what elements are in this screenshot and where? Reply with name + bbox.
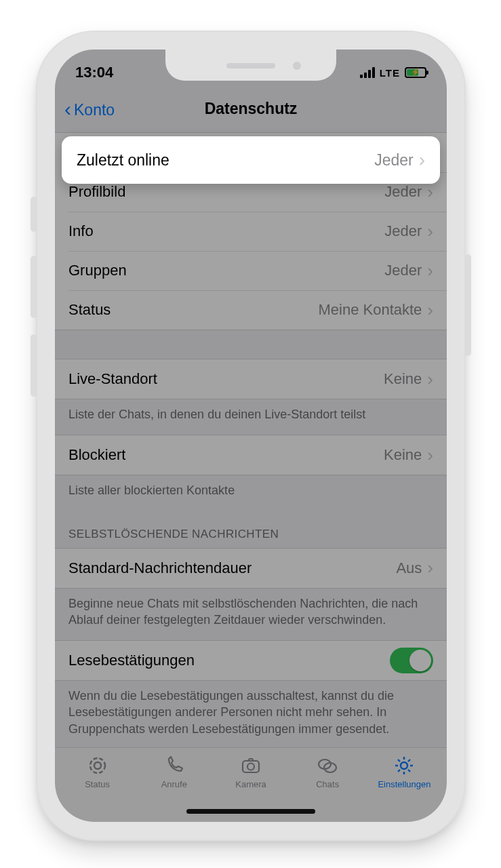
group-footer: Liste der Chats, in denen du deinen Live… — [55, 399, 447, 435]
status-time: 13:04 — [75, 64, 113, 81]
live-location-group: Live-Standort Keine › — [55, 359, 447, 399]
settings-content: Zuletzt online Jeder › Profilbild Jeder … — [55, 132, 447, 749]
side-button — [464, 254, 471, 356]
tab-bar: Status Anrufe Kamera Chats Einstellungen — [55, 747, 447, 822]
svg-point-1 — [94, 762, 101, 769]
group-footer: Liste aller blockierten Kontakte — [55, 475, 447, 511]
row-default-duration[interactable]: Standard-Nachrichtendauer Aus › — [55, 549, 447, 588]
row-live-location[interactable]: Live-Standort Keine › — [55, 359, 447, 399]
chevron-right-icon: › — [427, 182, 433, 203]
row-label: Zuletzt online — [77, 151, 374, 170]
tab-label: Anrufe — [161, 779, 187, 789]
back-label: Konto — [74, 101, 115, 119]
group-footer: Wenn du die Lesebestätigungen ausschalte… — [55, 681, 447, 749]
notch — [165, 50, 336, 81]
row-value: Jeder — [374, 151, 414, 170]
network-label: LTE — [380, 67, 400, 79]
row-blocked[interactable]: Blockiert Keine › — [55, 435, 447, 475]
tab-label: Kamera — [235, 779, 266, 789]
chats-icon — [315, 753, 340, 778]
tab-calls[interactable]: Anrufe — [136, 753, 212, 800]
row-label: Live-Standort — [68, 370, 384, 388]
back-button[interactable]: ‹ Konto — [64, 101, 115, 119]
phone-mockup: 13:04 LTE ⚡ ‹ Konto Datenschutz Zuletzt … — [36, 31, 466, 841]
row-label: Gruppen — [68, 262, 384, 279]
svg-line-12 — [408, 770, 410, 772]
group-header: SELBSTLÖSCHENDE NACHRICHTEN — [55, 511, 447, 548]
row-label: Status — [68, 301, 318, 319]
tab-label: Status — [85, 779, 110, 789]
row-value: Jeder — [384, 262, 422, 279]
status-icon — [85, 753, 110, 778]
row-value: Meine Kontakte — [318, 301, 422, 319]
row-label: Lesebestätigungen — [68, 652, 390, 669]
row-label: Standard-Nachrichtendauer — [68, 559, 396, 577]
row-status[interactable]: Status Meine Kontakte › — [55, 290, 447, 330]
chevron-right-icon: › — [427, 369, 433, 390]
row-groups[interactable]: Gruppen Jeder › — [55, 251, 447, 290]
side-button — [31, 256, 37, 318]
read-receipts-group: Lesebestätigungen — [55, 641, 447, 680]
tab-status[interactable]: Status — [59, 753, 136, 800]
svg-line-11 — [398, 760, 400, 762]
row-value: Jeder — [384, 183, 422, 201]
row-value: Jeder — [384, 222, 422, 240]
highlighted-row-last-seen[interactable]: Zuletzt online Jeder › — [62, 136, 440, 184]
row-label: Profilbild — [68, 183, 384, 201]
gear-icon — [392, 753, 416, 778]
row-label: Blockiert — [68, 446, 384, 464]
chevron-right-icon: › — [427, 221, 433, 242]
chevron-right-icon: › — [427, 445, 433, 466]
svg-point-0 — [90, 758, 105, 773]
blocked-group: Blockiert Keine › — [55, 435, 447, 475]
chevron-right-icon: › — [419, 149, 425, 171]
row-value: Keine — [384, 446, 422, 464]
battery-icon: ⚡ — [405, 67, 426, 78]
row-label: Info — [68, 222, 384, 240]
row-info[interactable]: Info Jeder › — [55, 212, 447, 251]
chevron-right-icon: › — [427, 300, 433, 321]
row-read-receipts[interactable]: Lesebestätigungen — [55, 641, 447, 680]
side-button — [31, 197, 37, 232]
screen: 13:04 LTE ⚡ ‹ Konto Datenschutz Zuletzt … — [55, 50, 447, 822]
read-receipts-toggle[interactable] — [390, 648, 433, 673]
row-value: Aus — [396, 559, 422, 577]
signal-icon — [360, 67, 375, 78]
camera-icon — [239, 753, 263, 778]
tab-label: Einstellungen — [378, 779, 430, 789]
side-button — [31, 334, 37, 397]
phone-icon — [162, 753, 186, 778]
home-indicator[interactable] — [186, 809, 315, 814]
page-title: Datenschutz — [205, 100, 298, 118]
row-value: Keine — [384, 370, 422, 388]
chevron-right-icon: › — [427, 260, 433, 281]
svg-line-13 — [408, 760, 410, 762]
status-indicators: LTE ⚡ — [360, 67, 426, 79]
svg-point-3 — [247, 764, 254, 770]
nav-header: ‹ Konto Datenschutz — [55, 92, 447, 132]
tab-chats[interactable]: Chats — [289, 753, 366, 800]
group-footer: Beginne neue Chats mit selbstlöschenden … — [55, 589, 447, 641]
chevron-right-icon: › — [427, 557, 433, 578]
svg-point-6 — [401, 762, 407, 769]
tab-settings[interactable]: Einstellungen — [366, 753, 443, 800]
disappearing-messages-group: Standard-Nachrichtendauer Aus › — [55, 549, 447, 588]
tab-label: Chats — [316, 779, 339, 789]
svg-line-14 — [398, 770, 400, 772]
tab-camera[interactable]: Kamera — [212, 753, 289, 800]
